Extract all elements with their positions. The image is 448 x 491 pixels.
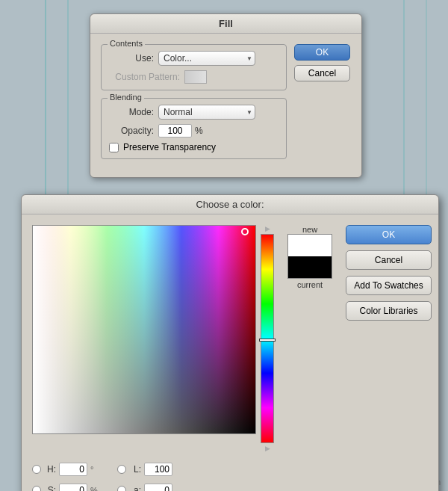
a-label: a: [129, 485, 141, 491]
preserve-transparency-label: Preserve Transparency [123, 142, 216, 152]
a-radio[interactable] [117, 486, 126, 491]
fill-dialog-title: Fill [219, 18, 233, 29]
mode-select-wrapper: Normal ▼ [158, 105, 255, 120]
new-label: new [302, 225, 317, 234]
h-input[interactable] [59, 463, 87, 476]
h-label: H: [44, 464, 56, 475]
opacity-input[interactable] [158, 124, 192, 138]
color-ok-button[interactable]: OK [346, 225, 432, 244]
fill-dialog-titlebar: Fill [90, 14, 361, 34]
color-libraries-button[interactable]: Color Libraries [346, 301, 432, 321]
hsb-rgb-fields: H: ° S: % B: % R: [32, 463, 99, 491]
fill-dialog: Fill Contents Use: Color... ▼ Custom Pat… [90, 13, 362, 178]
preview-current [288, 256, 332, 278]
hue-arrow-bottom: ▶ [261, 445, 274, 452]
color-preview-section: new current [283, 225, 337, 452]
opacity-unit: % [195, 126, 203, 136]
preview-new [288, 235, 332, 256]
hue-arrow-top: ▶ [261, 225, 274, 232]
mode-label: Mode: [109, 107, 154, 117]
lab-cmyk-fields: L: a: b: C: % [117, 463, 184, 491]
h-unit: ° [90, 465, 99, 474]
s-unit: % [90, 486, 99, 491]
l-input[interactable] [144, 463, 172, 476]
mode-select[interactable]: Normal [158, 105, 255, 120]
a-input[interactable] [144, 484, 172, 491]
custom-pattern-label: Custom Pattern: [109, 72, 180, 82]
spectrum-overlay [33, 226, 255, 433]
s-radio[interactable] [32, 486, 41, 491]
h-row: H: ° [32, 463, 99, 476]
hue-slider-area: ▶ ▶ [261, 225, 274, 452]
hue-slider[interactable] [261, 234, 274, 443]
color-dialog-title: Choose a color: [196, 199, 264, 210]
add-to-swatches-button[interactable]: Add To Swatches [346, 276, 432, 295]
color-dialog: Choose a color: ▶ ▶ new [21, 194, 439, 491]
s-label: S: [44, 485, 56, 491]
spectrum-canvas[interactable] [32, 225, 256, 434]
use-select[interactable]: Color... [158, 51, 255, 66]
pattern-preview [184, 70, 207, 84]
s-input[interactable] [59, 484, 87, 491]
hue-cursor [259, 339, 276, 342]
contents-label: Contents [108, 39, 145, 48]
color-cancel-button[interactable]: Cancel [346, 250, 432, 270]
contents-group: Contents Use: Color... ▼ Custom Pattern: [101, 44, 287, 90]
current-label: current [297, 280, 323, 289]
blending-group: Blending Mode: Normal ▼ Opacity: % [101, 98, 287, 159]
l-row: L: [117, 463, 184, 476]
use-select-wrapper: Color... ▼ [158, 51, 255, 66]
color-buttons: OK Cancel Add To Swatches Color Librarie… [346, 225, 432, 452]
color-preview-box [287, 234, 332, 279]
l-radio[interactable] [117, 465, 126, 474]
opacity-label: Opacity: [109, 126, 154, 136]
spectrum-section: ▶ ▶ [32, 225, 274, 452]
fill-ok-button[interactable]: OK [294, 44, 350, 61]
a-row: a: [117, 484, 184, 491]
s-row: S: % [32, 484, 99, 491]
l-label: L: [129, 464, 141, 475]
color-dialog-titlebar: Choose a color: [22, 195, 438, 214]
use-label: Use: [109, 53, 154, 64]
color-fields-section: H: ° S: % B: % R: [22, 463, 438, 491]
blending-label: Blending [108, 93, 144, 102]
preserve-transparency-checkbox[interactable] [109, 143, 119, 152]
h-radio[interactable] [32, 465, 41, 474]
spectrum-area[interactable] [32, 225, 256, 434]
fill-cancel-button[interactable]: Cancel [294, 65, 350, 81]
